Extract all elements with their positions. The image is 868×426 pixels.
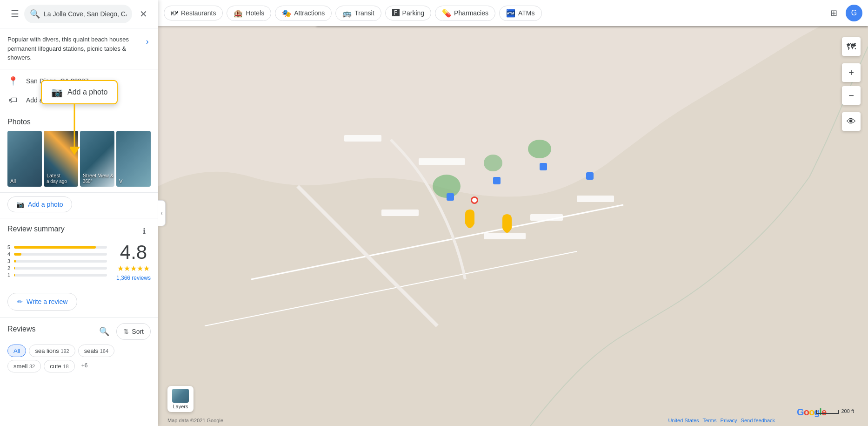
photo-all-label: All — [10, 178, 16, 184]
bar-fill-3 — [14, 260, 16, 263]
camera-icon: 📷 — [16, 201, 24, 208]
chip-parking-label: Parking — [402, 9, 424, 17]
show-satellite-button[interactable]: 🗺 — [842, 37, 861, 56]
menu-button[interactable]: ☰ — [6, 5, 24, 23]
bar-fill-1 — [14, 274, 15, 277]
info-button[interactable]: ℹ — [138, 225, 151, 238]
tooltip-camera-icon: 📷 — [51, 87, 63, 98]
footer-link-feedback[interactable]: Send feedback — [741, 418, 775, 423]
add-photo-label: Add a photo — [28, 201, 63, 208]
svg-rect-9 — [484, 233, 526, 239]
photo-video-label: V — [119, 178, 122, 184]
add-photo-button[interactable]: 📷 Add a photo — [7, 196, 72, 212]
review-summary-title: Review summary — [7, 225, 65, 233]
footer-link-privacy[interactable]: Privacy — [721, 418, 737, 423]
photo-all[interactable]: All — [7, 131, 42, 187]
filter-sea-lions-label: sea lions — [35, 347, 60, 354]
search-input[interactable] — [44, 10, 127, 18]
rating-number: 4.8 — [116, 243, 151, 262]
svg-point-1 — [433, 175, 461, 198]
filter-seals-count: 164 — [100, 348, 108, 354]
reviews-section: Reviews 🔍 ⇅ Sort All sea lions 192 seals… — [0, 318, 158, 383]
sidebar: ☰ 🔍 ✕ Popular with divers, this quaint b… — [0, 0, 158, 426]
collapse-sidebar-button[interactable]: ‹ — [158, 200, 166, 226]
svg-point-5 — [472, 198, 477, 203]
review-actions: 🔍 ⇅ Sort — [96, 323, 151, 340]
filter-smell-label: smell — [13, 363, 29, 370]
rating-row-4: 4 — [7, 251, 107, 257]
filter-more-button[interactable]: +6 — [78, 360, 92, 372]
map-container[interactable] — [158, 0, 868, 426]
description-more-button[interactable]: › — [144, 35, 151, 48]
filter-sea-lions-count: 192 — [60, 348, 69, 354]
chip-parking[interactable]: 🅿 Parking — [385, 6, 431, 20]
search-box[interactable]: 🔍 — [24, 5, 132, 23]
zoom-out-button[interactable]: − — [842, 86, 861, 105]
chip-attractions[interactable]: 🎭 Attractions — [275, 6, 332, 21]
pencil-icon: ✏ — [17, 298, 23, 305]
filter-chip-seals[interactable]: seals 164 — [78, 345, 114, 357]
rating-num-1: 1 — [7, 272, 11, 278]
rating-num-3: 3 — [7, 258, 11, 264]
parking-icon: 🅿 — [392, 9, 400, 17]
pharmacies-icon: 💊 — [442, 9, 451, 18]
rating-row-5: 5 — [7, 244, 107, 250]
chip-attractions-label: Attractions — [294, 9, 325, 17]
filter-chip-all[interactable]: All — [7, 345, 26, 357]
svg-rect-10 — [530, 214, 563, 221]
svg-rect-6 — [344, 135, 381, 142]
chip-pharmacies[interactable]: 💊 Pharmacies — [435, 6, 495, 21]
apps-menu-button[interactable]: ⊞ — [825, 5, 842, 21]
rating-count[interactable]: 1,366 reviews — [116, 275, 151, 281]
chip-hotels[interactable]: 🏨 Hotels — [227, 6, 271, 21]
add-photo-tooltip: 📷 Add a photo — [41, 80, 118, 104]
footer-link-terms[interactable]: Terms — [703, 418, 717, 423]
bar-bg-2 — [14, 267, 107, 270]
bar-bg-3 — [14, 260, 107, 263]
svg-rect-14 — [540, 163, 547, 170]
filter-chip-smell[interactable]: smell 32 — [7, 360, 41, 372]
sort-label: Sort — [132, 328, 144, 335]
spacer — [842, 58, 861, 61]
chip-restaurants[interactable]: 🍽 Restaurants — [164, 6, 223, 20]
filter-chip-sea-lions[interactable]: sea lions 192 — [29, 345, 75, 357]
rating-content: 5 4 3 2 1 — [7, 243, 151, 281]
add-photo-container: 📷 Add a photo — [0, 193, 158, 218]
sort-button[interactable]: ⇅ Sort — [116, 323, 151, 340]
layers-button[interactable]: Layers — [167, 386, 194, 412]
user-avatar[interactable]: G — [846, 5, 862, 21]
search-reviews-button[interactable]: 🔍 — [96, 323, 113, 340]
close-button[interactable]: ✕ — [134, 5, 153, 23]
photo-video[interactable]: V — [116, 131, 151, 187]
rating-num-4: 4 — [7, 251, 11, 257]
layers-thumbnail — [172, 389, 189, 403]
chip-atms[interactable]: 🏧 ATMs — [499, 6, 542, 21]
zoom-in-button[interactable]: + — [842, 63, 861, 82]
svg-rect-7 — [419, 158, 465, 165]
bar-fill-2 — [14, 267, 15, 270]
sidebar-header: ☰ 🔍 ✕ — [0, 0, 158, 28]
bar-fill-5 — [14, 246, 96, 249]
footer-link-us[interactable]: United States — [668, 418, 699, 423]
svg-point-2 — [484, 155, 502, 171]
review-summary-section: Review summary ℹ 5 4 3 2 — [0, 218, 158, 288]
bar-bg-5 — [14, 246, 107, 249]
write-review-container: ✏ Write a review — [0, 288, 158, 318]
map-controls: 🗺 + − 👁 — [842, 37, 861, 131]
attractions-icon: 🎭 — [282, 9, 291, 18]
chip-hotels-label: Hotels — [246, 9, 264, 17]
filter-cute-label: cute — [50, 363, 63, 370]
spacer2 — [842, 107, 861, 110]
chip-transit[interactable]: 🚌 Transit — [335, 6, 381, 21]
show-street-view-button[interactable]: 👁 — [842, 112, 861, 131]
zoom-divider — [842, 84, 861, 84]
description-text: Popular with divers, this quaint beach h… — [7, 35, 144, 62]
filter-chip-cute[interactable]: cute 18 — [44, 360, 74, 372]
rating-row-3: 3 — [7, 258, 107, 264]
sort-icon: ⇅ — [123, 328, 129, 335]
photo-street-view[interactable]: Street View &360° — [80, 131, 114, 187]
rating-num-5: 5 — [7, 244, 11, 250]
write-review-button[interactable]: ✏ Write a review — [7, 293, 77, 311]
map-data-text: Map data ©2021 Google — [167, 418, 223, 423]
rating-big: 4.8 ★★★★★ 1,366 reviews — [116, 243, 151, 281]
